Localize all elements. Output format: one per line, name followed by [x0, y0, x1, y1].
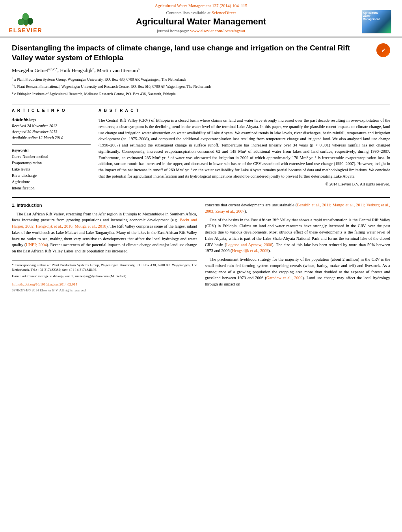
- body-col-right: concerns that current developments are u…: [205, 202, 390, 293]
- copyright-footer: 0378-3774/© 2014 Elsevier B.V. All right…: [12, 288, 197, 293]
- article-info-header: A R T I C L E I N F O: [12, 108, 91, 114]
- ref-becht[interactable]: Becht and Harper, 2002; Hengsdijk et al.…: [12, 218, 197, 228]
- keywords-divider: [12, 145, 91, 145]
- abstract-text: The Central Rift Valley (CRV) of Ethiopi…: [99, 117, 390, 180]
- author-sup-b: b: [93, 67, 95, 70]
- article-main-title: Disentangling the impacts of climate cha…: [12, 43, 372, 63]
- crossmark-badge[interactable]: ✓: [376, 43, 390, 57]
- keywords-label: Keywords:: [12, 148, 91, 152]
- right-para-1: concerns that current developments are u…: [205, 202, 390, 215]
- author-sup-a: a,b,c,*: [48, 67, 58, 70]
- keyword-3: Lake levels: [12, 166, 91, 172]
- journal-center: Contents lists available at ScienceDirec…: [43, 10, 359, 33]
- keyword-2: Evapotranspiration: [12, 160, 91, 166]
- journal-homepage: journal homepage: www.elsevier.com/locat…: [51, 28, 351, 33]
- section-divider-1: [12, 104, 390, 104]
- body-columns: 1. Introduction The East African Rift Va…: [12, 202, 390, 293]
- abstract-header: A B S T R A C T: [99, 108, 390, 114]
- intro-heading: 1. Introduction: [12, 202, 197, 209]
- journal-logo-right: AgriculturalWaterManagement: [359, 10, 394, 33]
- ref-hengsdijk[interactable]: Hengsdijk et al., 2009: [232, 248, 268, 253]
- ref-bezabih[interactable]: Bezabih et al., 2011; Mango et al., 2011…: [205, 203, 390, 213]
- author-huib: Huib Hengsdijkb: [60, 67, 94, 73]
- right-para-3: The predominant livelihood strategy for …: [205, 256, 390, 287]
- affil-c: c c Ethiopian Institute of Agricultural …: [12, 91, 372, 97]
- keyword-6: Intensification: [12, 185, 91, 191]
- keywords-section: Keywords: Curve Number method Evapotrans…: [12, 148, 91, 191]
- contents-available: Contents lists available at ScienceDirec…: [51, 10, 351, 15]
- affiliations: a a Plant Production Systems Group, Wage…: [12, 76, 372, 97]
- abstract-col: A B S T R A C T The Central Rift Valley …: [99, 108, 390, 191]
- elsevier-wordmark: ELSEVIER: [9, 27, 42, 33]
- author-mezegebu: Mezegebu Getneta,b,c,*: [12, 67, 58, 73]
- homepage-link[interactable]: www.elsevier.com/locate/agwat: [190, 28, 246, 33]
- sciencedirect-link[interactable]: ScienceDirect: [212, 10, 236, 15]
- author-sup-c: a: [138, 67, 140, 70]
- page-container: Agricultural Water Management 137 (2014)…: [0, 0, 402, 532]
- svg-point-2: [18, 19, 24, 25]
- keyword-4: River discharge: [12, 172, 91, 179]
- svg-point-4: [22, 13, 29, 20]
- abstract-copyright: © 2014 Elsevier B.V. All rights reserved…: [99, 182, 390, 186]
- ref-garedew[interactable]: Garedew et al., 2009: [266, 276, 303, 280]
- article-title-text: Disentangling the impacts of climate cha…: [12, 43, 372, 100]
- article-title-section: Disentangling the impacts of climate cha…: [12, 43, 390, 100]
- thick-divider: [12, 197, 390, 198]
- accepted-date: Accepted 30 November 2013: [12, 129, 91, 135]
- footnote-star: * Corresponding author at: Plant Product…: [12, 263, 197, 272]
- crossmark-icon: ✓: [376, 43, 390, 57]
- affil-a: a a Plant Production Systems Group, Wage…: [12, 76, 372, 82]
- right-para-2: One of the basins in the East African Ri…: [205, 217, 390, 254]
- keyword-5: Agriculture: [12, 179, 91, 185]
- history-label: Article history:: [12, 117, 91, 122]
- awm-logo-image: AgriculturalWaterManagement: [362, 10, 391, 33]
- keyword-1: Curve Number method: [12, 154, 91, 160]
- ref-unep[interactable]: UNEP, 2004: [26, 243, 47, 247]
- received-date: Received 24 November 2012: [12, 123, 91, 129]
- header-content: ELSEVIER Contents lists available at Sci…: [8, 9, 394, 33]
- abstract-paragraph: The Central Rift Valley (CRV) of Ethiopi…: [99, 117, 390, 180]
- article-info-abstract: A R T I C L E I N F O Article history: R…: [12, 108, 390, 191]
- svg-point-3: [28, 18, 33, 25]
- available-date: Available online 12 March 2014: [12, 135, 91, 141]
- ref-legesse[interactable]: Legesse and Ayenew, 2006: [226, 243, 272, 247]
- journal-title-header: Agricultural Water Management: [51, 17, 351, 27]
- footnote-email: E-mail addresses: mezegebu.debas@wur.nl,…: [12, 274, 197, 279]
- article-history: Article history: Received 24 November 20…: [12, 117, 91, 141]
- journal-top-bar: Agricultural Water Management 137 (2014)…: [8, 3, 394, 8]
- footnotes-section: * Corresponding author at: Plant Product…: [12, 260, 197, 279]
- journal-header: Agricultural Water Management 137 (2014)…: [0, 0, 402, 37]
- awm-logo-text: AgriculturalWaterManagement: [363, 11, 380, 21]
- author-martin: Martin van Ittersuma: [97, 67, 140, 73]
- doi-line[interactable]: http://dx.doi.org/10.1016/j.agwat.2014.0…: [12, 282, 197, 287]
- elsevier-logo: ELSEVIER: [8, 9, 43, 33]
- intro-para-1: The East African Rift Valley, stretching…: [12, 211, 197, 254]
- elsevier-tree-icon: [15, 9, 37, 27]
- body-col-left: 1. Introduction The East African Rift Va…: [12, 202, 197, 293]
- journal-ref: Agricultural Water Management 137 (2014)…: [155, 3, 248, 8]
- affil-b: b b Plant Research International, Wageni…: [12, 83, 372, 89]
- authors-line: Mezegebu Getneta,b,c,*, Huib Hengsdijkb,…: [12, 67, 372, 73]
- article-info-col: A R T I C L E I N F O Article history: R…: [12, 108, 91, 191]
- awm-logo: AgriculturalWaterManagement: [362, 10, 391, 33]
- article-content: Disentangling the impacts of climate cha…: [0, 37, 402, 299]
